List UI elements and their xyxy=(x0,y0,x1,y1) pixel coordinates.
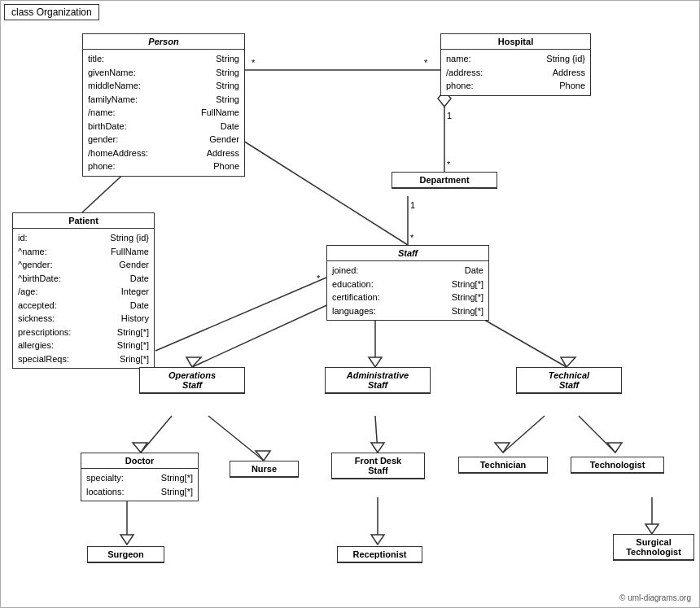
svg-line-17 xyxy=(192,298,343,367)
nurse-header: Nurse xyxy=(230,461,298,477)
department-class: Department xyxy=(392,172,497,189)
operations-staff-class: Operations Staff xyxy=(139,367,245,394)
surgical-technologist-class: Surgical Technologist xyxy=(613,534,694,561)
hospital-header: Hospital xyxy=(441,34,590,50)
staff-body: joined:Date education:String[*] certific… xyxy=(327,261,488,320)
svg-line-9 xyxy=(237,137,408,245)
svg-line-31 xyxy=(579,416,615,453)
diagram-container: class Organization * * 1 * 1 * * * xyxy=(0,0,700,608)
doctor-class: Doctor specialty:String[*] locations:Str… xyxy=(81,453,199,501)
staff-header: Staff xyxy=(327,246,488,261)
technician-header: Technician xyxy=(459,457,547,473)
svg-marker-34 xyxy=(120,535,133,545)
svg-line-29 xyxy=(503,416,545,453)
svg-text:*: * xyxy=(317,273,321,283)
technologist-class: Technologist xyxy=(571,457,664,474)
svg-marker-20 xyxy=(369,357,382,367)
patient-header: Patient xyxy=(13,213,154,229)
hospital-body: name:String {id} /address:Address phone:… xyxy=(441,50,590,95)
svg-text:*: * xyxy=(424,58,428,68)
technologist-header: Technologist xyxy=(571,457,663,473)
svg-marker-26 xyxy=(256,451,270,461)
svg-text:*: * xyxy=(447,160,451,169)
patient-class: Patient id:String {id} ^name:FullName ^g… xyxy=(12,212,155,369)
doctor-body: specialty:String[*] locations:String[*] xyxy=(81,469,198,501)
person-header: Person xyxy=(83,34,244,50)
patient-body: id:String {id} ^name:FullName ^gender:Ge… xyxy=(13,229,154,368)
svg-marker-30 xyxy=(495,443,510,453)
svg-line-27 xyxy=(375,416,378,453)
front-desk-staff-header: Front Desk Staff xyxy=(332,453,424,479)
svg-text:*: * xyxy=(410,233,414,243)
svg-marker-36 xyxy=(371,535,384,545)
svg-line-25 xyxy=(208,416,264,461)
svg-text:*: * xyxy=(252,58,256,68)
department-header: Department xyxy=(392,173,497,188)
svg-marker-24 xyxy=(133,443,147,453)
technical-staff-header: Technical Staff xyxy=(517,368,621,393)
person-body: title:String givenName:String middleName… xyxy=(83,50,244,176)
svg-marker-28 xyxy=(371,443,384,453)
technician-class: Technician xyxy=(458,457,548,474)
surgical-technologist-header: Surgical Technologist xyxy=(614,535,693,560)
person-class: Person title:String givenName:String mid… xyxy=(82,33,245,177)
copyright: © uml-diagrams.org xyxy=(619,593,691,602)
surgeon-header: Surgeon xyxy=(88,547,164,562)
front-desk-staff-class: Front Desk Staff xyxy=(331,453,425,479)
hospital-class: Hospital name:String {id} /address:Addre… xyxy=(440,33,591,96)
svg-marker-22 xyxy=(561,357,575,367)
svg-marker-18 xyxy=(186,357,201,367)
svg-marker-38 xyxy=(645,524,658,534)
receptionist-class: Receptionist xyxy=(337,546,422,563)
diagram-title: class Organization xyxy=(4,4,99,20)
nurse-class: Nurse xyxy=(230,461,299,478)
staff-class: Staff joined:Date education:String[*] ce… xyxy=(326,245,489,321)
svg-line-14 xyxy=(155,278,326,351)
svg-line-23 xyxy=(141,416,172,453)
technical-staff-class: Technical Staff xyxy=(516,367,622,394)
doctor-header: Doctor xyxy=(81,453,198,469)
svg-text:1: 1 xyxy=(447,111,452,120)
svg-marker-32 xyxy=(607,443,622,453)
svg-text:1: 1 xyxy=(410,200,415,210)
surgeon-class: Surgeon xyxy=(87,546,164,563)
operations-staff-header: Operations Staff xyxy=(140,368,244,393)
administrative-staff-class: Administrative Staff xyxy=(325,367,431,394)
receptionist-header: Receptionist xyxy=(338,547,422,562)
administrative-staff-header: Administrative Staff xyxy=(326,368,430,393)
